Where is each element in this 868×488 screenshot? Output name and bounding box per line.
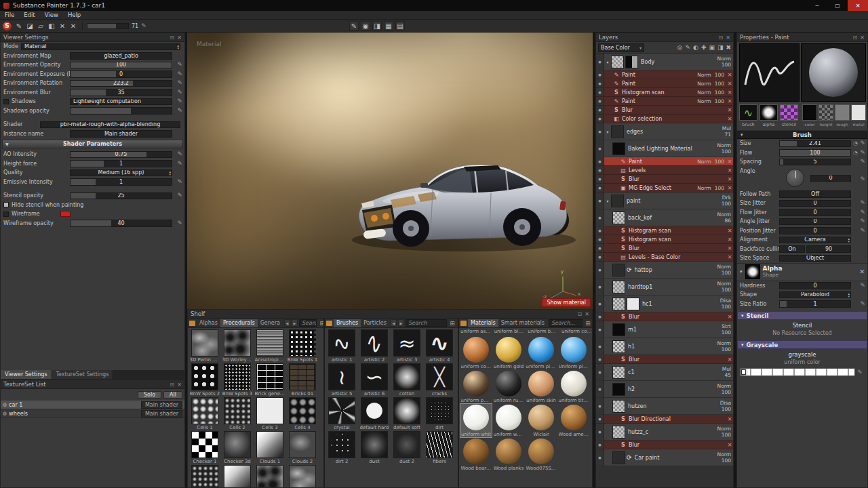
setting-control[interactable]: 35 xyxy=(70,89,172,96)
layer-row[interactable]: ● ▾ ⟳ MG Edge Select Norm 100 ✕ xyxy=(596,184,733,192)
layer-row[interactable]: ● ▾ ⟳ edges Mul 71 ✕ xyxy=(596,123,733,140)
pen-edit-icon[interactable] xyxy=(860,227,865,234)
pen-edit-icon[interactable] xyxy=(177,89,182,96)
shelf-item-label[interactable]: uniform bump xyxy=(528,329,558,334)
shelf-item[interactable]: BnW Spots 1 xyxy=(287,329,318,363)
shelf-item[interactable]: Clouds 1 xyxy=(254,431,285,464)
material-sphere-preview[interactable] xyxy=(801,43,866,102)
layer-row[interactable]: ● ▾ ⟳ Paint Norm 100 ✕ xyxy=(596,79,733,88)
parameter-control[interactable]: Object xyxy=(779,255,851,262)
projection-tool-icon[interactable]: ▱ xyxy=(36,21,45,30)
shelf-item-label[interactable]: uniform black xyxy=(494,329,525,334)
brush-size-value[interactable]: 71 xyxy=(132,23,138,29)
pen-edit-icon[interactable] xyxy=(177,107,182,114)
shelf-item[interactable]: uniform titani... xyxy=(558,370,589,403)
shelf-item[interactable]: 3D Perlin Noise xyxy=(189,329,220,363)
channel-thumbnail[interactable] xyxy=(802,104,817,121)
layer-row[interactable]: ● ▾ ⟳ hattop Norm 100 ✕ xyxy=(596,262,733,279)
layer-row[interactable]: ● ▾ ⟳ Paint Norm 100 ✕ xyxy=(596,70,733,79)
layer-row[interactable]: ● ▾ ⟳ Histogram scan ✕ xyxy=(596,235,733,244)
visibility-toggle-icon[interactable]: ● xyxy=(596,355,604,363)
brush-size-slider[interactable] xyxy=(87,23,129,29)
setting-control[interactable]: Lightweight computation xyxy=(70,98,172,106)
layer-row[interactable]: ● ▾ ⟳ Blur ✕ xyxy=(596,244,733,253)
visibility-toggle-icon[interactable]: ● xyxy=(596,398,604,414)
layer-opacity-value[interactable]: 100 xyxy=(722,270,731,276)
shelf-item[interactable]: artistic 5 xyxy=(326,363,357,396)
shelf-tab[interactable]: Smart materials xyxy=(498,319,547,327)
layer-row[interactable]: ● ▾ ⟳ Color selection ✕ xyxy=(596,115,733,123)
alpha-thumbnail[interactable] xyxy=(760,104,778,121)
layer-row[interactable]: ● ▾ ⟳ Blur Directional ✕ xyxy=(596,415,733,424)
layer-opacity-value[interactable]: 100 xyxy=(722,432,731,438)
checkbox[interactable] xyxy=(3,211,9,217)
blend-mode-value[interactable]: Norm xyxy=(717,451,731,458)
visibility-toggle-icon[interactable]: ● xyxy=(596,338,604,354)
shelf-item[interactable]: cracks xyxy=(424,363,455,396)
collapse-arrow-icon[interactable]: ▾ xyxy=(740,269,743,274)
checkbox[interactable] xyxy=(3,99,9,104)
expand-arrow-icon[interactable]: ▾ xyxy=(604,60,611,64)
material-view-icon[interactable]: ▦ xyxy=(384,21,393,30)
shelf-item[interactable]: cotton xyxy=(391,363,422,396)
prev-tab-icon[interactable]: ◀ xyxy=(284,319,290,327)
parameter-control[interactable]: Camera xyxy=(779,237,851,244)
parameter-control[interactable]: 0 xyxy=(779,200,851,207)
undock-icon[interactable]: ⊡ xyxy=(578,311,583,317)
layer-opacity-value[interactable]: 100 xyxy=(715,159,724,165)
angle-dial[interactable] xyxy=(786,169,804,187)
visibility-toggle-icon[interactable]: ● xyxy=(596,209,604,226)
parameter-control[interactable]: Off xyxy=(779,190,851,198)
blend-mode-value[interactable]: Disa xyxy=(720,400,731,406)
setting-control[interactable]: 223.2 xyxy=(70,80,172,87)
pen-edit-icon[interactable] xyxy=(177,160,182,167)
setting-control[interactable]: 25 xyxy=(70,192,172,200)
layer-opacity-value[interactable]: 45 xyxy=(724,372,731,378)
visibility-toggle-icon[interactable]: ● xyxy=(596,70,604,79)
shelf-item[interactable] xyxy=(287,465,318,487)
remove-effect-icon[interactable]: ✕ xyxy=(726,72,733,78)
visibility-toggle-icon[interactable]: ● xyxy=(596,424,604,440)
visibility-toggle-icon[interactable]: ● xyxy=(596,441,604,449)
textureset-shader-tag[interactable]: Main shader xyxy=(141,401,182,409)
layer-opacity-value[interactable]: 86 xyxy=(724,218,731,224)
shelf-tab[interactable]: Procedurals xyxy=(220,319,258,327)
pen-edit-icon[interactable] xyxy=(177,220,182,226)
visibility-toggle-icon[interactable]: ● xyxy=(596,415,604,423)
close-panel-icon[interactable]: ✕ xyxy=(726,35,730,41)
add-folder-icon[interactable]: ▣ xyxy=(709,44,715,51)
layer-row[interactable]: ● ▾ ⟳ Paint Norm 100 ✕ xyxy=(596,157,733,166)
pen-edit-icon[interactable] xyxy=(860,282,865,289)
visibility-toggle-icon[interactable]: ● xyxy=(596,54,604,70)
blend-mode-value[interactable]: Mul xyxy=(722,125,731,131)
setting-control[interactable]: pbr-metal-rough-with-alpha-blending xyxy=(40,121,180,129)
pen-edit-icon[interactable] xyxy=(860,140,865,146)
setting-control[interactable]: 40 xyxy=(70,220,172,227)
layer-row[interactable]: ● ▾ ⟳ c1 Mul 45 ✕ xyxy=(596,364,733,381)
layer-opacity-value[interactable]: 100 xyxy=(722,304,731,310)
setting-control[interactable] xyxy=(70,107,172,115)
symmetry-toggle-icon[interactable]: ✕ xyxy=(58,21,67,30)
shelf-tab[interactable]: Materials xyxy=(468,319,498,327)
close-panel-icon[interactable]: ✕ xyxy=(177,382,182,388)
shelf-item[interactable]: artistic 1 xyxy=(326,329,357,363)
visibility-toggle-icon[interactable]: ● xyxy=(596,79,604,87)
secondary-value[interactable]: 90 xyxy=(806,245,851,253)
pen-edit-icon[interactable] xyxy=(860,158,865,165)
shelf-item[interactable]: Checker 3d xyxy=(222,431,253,464)
menu-item[interactable]: View xyxy=(40,11,63,20)
channel-dropdown[interactable]: Base Color▾ xyxy=(598,43,644,52)
pen-edit-icon[interactable] xyxy=(177,192,182,199)
shelf-item[interactable]: dirt xyxy=(424,397,455,430)
undock-icon[interactable]: ⊡ xyxy=(719,35,724,41)
blend-mode-value[interactable]: Norm xyxy=(697,159,711,165)
viewport-3d[interactable]: Material y x -z Show material xyxy=(187,33,593,309)
textureset-shader-tag[interactable]: Main shader xyxy=(141,410,182,418)
wireframe-color-swatch[interactable] xyxy=(60,211,71,217)
remove-effect-icon[interactable]: ✕ xyxy=(726,245,733,251)
visibility-toggle-icon[interactable]: ● xyxy=(596,381,604,397)
brush-section-header[interactable]: Brush xyxy=(737,130,867,139)
shelf-item[interactable]: Clouds 2 xyxy=(287,431,318,464)
shelf-item[interactable]: Cells 4 xyxy=(287,397,318,430)
layer-opacity-value[interactable]: 100 xyxy=(722,201,731,207)
